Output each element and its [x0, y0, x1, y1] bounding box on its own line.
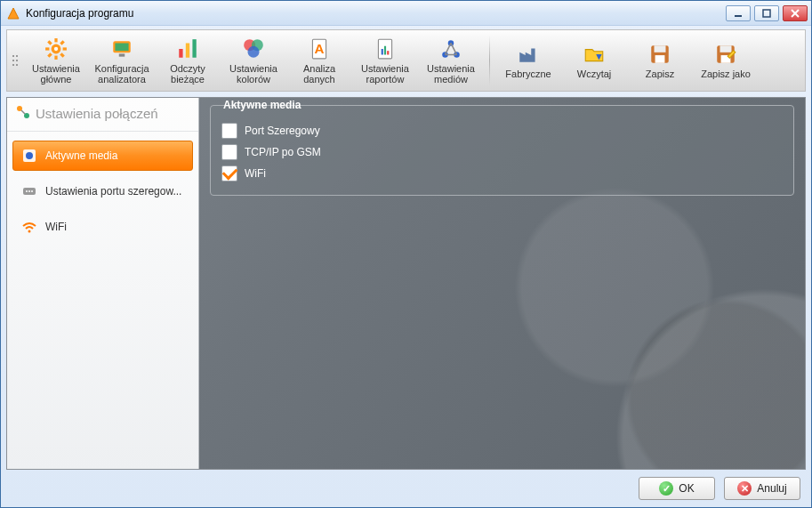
sidebar-item-label: Aktywne media	[45, 149, 117, 162]
dialog-footer: ✓ OK ✕ Anuluj	[1, 475, 811, 507]
svg-rect-26	[382, 49, 383, 55]
window-buttons	[726, 5, 808, 21]
toolbar-label: Konfiguracja analizatora	[89, 63, 155, 85]
cancel-label: Anuluj	[757, 482, 786, 495]
checkbox-wifi[interactable]	[221, 165, 237, 181]
svg-line-11	[48, 53, 51, 56]
window-title: Konfiguracja programu	[26, 7, 726, 20]
media-icon	[20, 147, 38, 165]
toolbar-report-settings[interactable]: Ustawienia raportów	[352, 32, 418, 89]
factory-icon	[516, 42, 541, 67]
toolbar-label: Zapisz jako	[701, 69, 751, 79]
bars-icon	[175, 36, 200, 61]
toolbar-save[interactable]: Zapisz	[627, 32, 693, 89]
svg-line-10	[60, 53, 63, 56]
cancel-button[interactable]: ✕ Anuluj	[724, 477, 800, 500]
palette-icon	[241, 36, 266, 61]
checkbox-row-tcpip[interactable]: TCP/IP po GSM	[221, 141, 783, 163]
svg-line-40	[21, 110, 25, 114]
cancel-icon: ✕	[737, 481, 752, 496]
content-panel: Aktywne media Port Szeregowy TCP/IP po G…	[199, 98, 805, 469]
svg-line-9	[48, 41, 51, 44]
toolbar-label: Analiza danych	[286, 63, 352, 85]
maximize-button[interactable]	[754, 5, 779, 21]
svg-rect-34	[655, 55, 665, 63]
sidebar-item-label: WiFi	[45, 221, 67, 233]
checkbox-tcpip[interactable]	[221, 144, 237, 160]
toolbar-label: Fabryczne	[505, 69, 551, 79]
close-button[interactable]	[783, 5, 808, 21]
app-window: Konfiguracja programu Ustawienia główne …	[0, 0, 812, 508]
toolbar-main-settings[interactable]: Ustawienia główne	[23, 32, 89, 89]
checkbox-label: Port Szeregowy	[245, 125, 320, 137]
main-body: Ustawienia połączeń Aktywne media Ustawi…	[6, 97, 806, 470]
svg-rect-17	[179, 49, 182, 58]
checkbox-row-wifi[interactable]: WiFi	[221, 163, 783, 184]
svg-rect-15	[115, 44, 128, 52]
toolbar-label: Ustawienia główne	[23, 63, 89, 85]
sidebar-item-label: Ustawienia portu szeregow...	[45, 185, 181, 198]
minimize-button[interactable]	[726, 5, 751, 21]
checkbox-label: TCP/IP po GSM	[245, 146, 321, 158]
svg-point-46	[31, 190, 33, 192]
network-icon	[438, 36, 463, 61]
svg-point-42	[26, 152, 33, 159]
svg-rect-27	[384, 46, 386, 55]
sidebar-item-serial-port[interactable]: Ustawienia portu szeregow...	[12, 176, 193, 206]
floppy-as-icon	[713, 42, 738, 67]
toolbar-analyzer-config[interactable]: Konfiguracja analizatora	[89, 32, 155, 89]
groupbox-legend: Aktywne media	[220, 99, 304, 111]
svg-point-45	[28, 190, 30, 192]
ok-label: OK	[679, 482, 694, 495]
sidebar-item-wifi[interactable]: WiFi	[12, 212, 193, 242]
toolbar-label: Ustawienia kolorów	[221, 63, 286, 85]
toolbar-factory[interactable]: Fabryczne	[495, 32, 561, 89]
checkbox-row-serial[interactable]: Port Szeregowy	[221, 120, 783, 141]
svg-rect-16	[119, 53, 125, 56]
toolbar-color-settings[interactable]: Ustawienia kolorów	[221, 32, 286, 89]
wifi-icon	[20, 218, 38, 236]
svg-rect-18	[186, 44, 189, 58]
toolbar-data-analysis[interactable]: A Analiza danych	[286, 32, 352, 89]
ok-icon: ✓	[659, 481, 673, 496]
svg-point-44	[26, 190, 28, 192]
checkbox-serial[interactable]	[221, 123, 237, 139]
svg-rect-1	[763, 10, 770, 17]
svg-point-22	[248, 46, 260, 58]
sidebar-nav: Aktywne media Ustawienia portu szeregow.…	[7, 132, 198, 251]
gear-icon	[44, 36, 68, 61]
toolbar-save-as[interactable]: Zapisz jako	[693, 32, 759, 89]
toolbar-load[interactable]: Wczytaj	[561, 32, 627, 89]
folder-open-icon	[582, 42, 607, 67]
page-icon: A	[307, 36, 332, 61]
sidebar-item-active-media[interactable]: Aktywne media	[12, 141, 193, 171]
svg-rect-19	[192, 39, 196, 58]
report-icon	[373, 36, 398, 61]
titlebar: Konfiguracja programu	[1, 1, 811, 26]
app-icon	[6, 6, 20, 20]
sidebar: Ustawienia połączeń Aktywne media Ustawi…	[7, 98, 199, 469]
svg-rect-33	[655, 45, 666, 52]
connections-icon	[16, 105, 30, 122]
toolbar-grip[interactable]	[11, 38, 20, 83]
sidebar-title: Ustawienia połączeń	[36, 106, 158, 121]
monitor-icon	[109, 36, 134, 61]
floppy-icon	[647, 42, 672, 67]
toolbar-separator	[489, 36, 490, 85]
toolbar-current-readings[interactable]: Odczyty bieżące	[155, 32, 221, 89]
ok-button[interactable]: ✓ OK	[639, 477, 715, 500]
serial-icon	[20, 182, 38, 200]
svg-rect-28	[387, 51, 389, 54]
toolbar: Ustawienia główne Konfiguracja analizato…	[6, 29, 806, 92]
toolbar-media-settings[interactable]: Ustawienia mediów	[418, 32, 484, 89]
toolbar-label: Wczytaj	[577, 69, 612, 79]
toolbar-label: Ustawienia raportów	[352, 63, 418, 85]
checkbox-label: WiFi	[245, 167, 266, 180]
active-media-groupbox: Aktywne media Port Szeregowy TCP/IP po G…	[210, 105, 794, 196]
svg-point-13	[54, 47, 58, 51]
svg-point-47	[28, 230, 31, 233]
svg-line-12	[60, 41, 63, 44]
toolbar-label: Ustawienia mediów	[418, 63, 484, 85]
svg-text:A: A	[315, 41, 325, 56]
svg-rect-36	[720, 45, 732, 52]
